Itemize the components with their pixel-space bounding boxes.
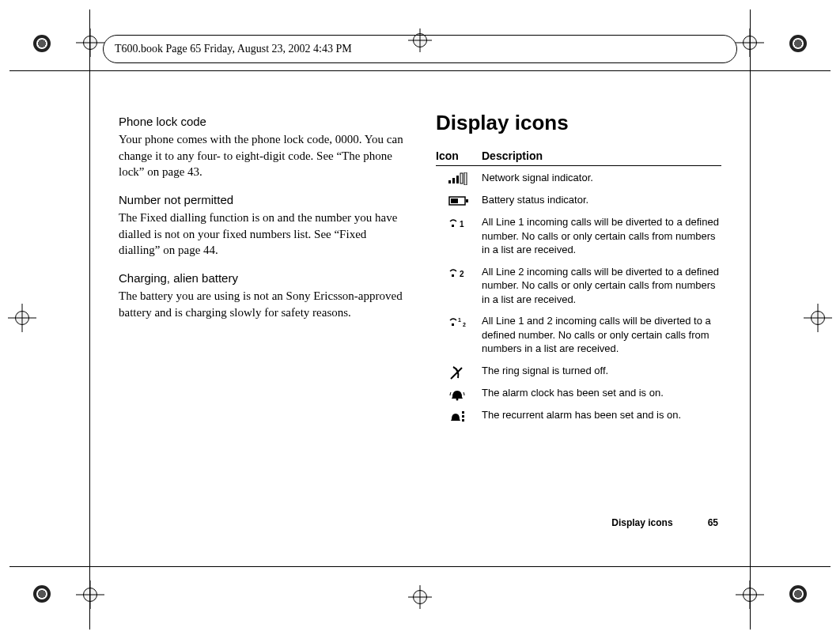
- crop-line: [9, 70, 831, 71]
- svg-text:2: 2: [460, 270, 464, 278]
- section-body: Your phone comes with the phone lock cod…: [119, 131, 404, 180]
- row-desc: The alarm clock has been set and is on.: [482, 386, 721, 400]
- battery-icon: [448, 195, 469, 207]
- divert-line2-icon: 2: [448, 267, 469, 279]
- alarm-on-icon: [448, 388, 469, 400]
- svg-rect-1: [452, 178, 455, 183]
- svg-rect-6: [466, 199, 468, 202]
- table-row: The ring signal is turned off.: [436, 364, 721, 378]
- row-desc: The ring signal is turned off.: [482, 364, 721, 378]
- svg-text:1: 1: [458, 317, 461, 323]
- table-row: 12 All Line 1 and 2 incoming calls will …: [436, 314, 721, 356]
- left-column: Phone lock code Your phone comes with th…: [119, 111, 404, 544]
- table-header: Icon Description: [436, 149, 721, 166]
- svg-rect-7: [451, 199, 458, 203]
- row-desc: The recurrent alarm has been set and is …: [482, 408, 721, 422]
- svg-text:1: 1: [460, 220, 464, 229]
- table-row: The alarm clock has been set and is on.: [436, 386, 721, 400]
- crop-line: [750, 9, 751, 630]
- row-desc: Network signal indicator.: [482, 171, 721, 185]
- col-head-icon: Icon: [436, 149, 482, 162]
- crop-mark-icon: [804, 304, 832, 332]
- signal-bars-icon: [448, 172, 469, 185]
- crop-line: [89, 9, 90, 630]
- registration-mark-icon: [789, 585, 807, 603]
- svg-rect-4: [464, 172, 467, 185]
- svg-rect-12: [452, 323, 454, 326]
- crop-line: [9, 566, 831, 567]
- col-head-desc: Description: [482, 149, 543, 162]
- section-heading: Number not permitted: [119, 192, 404, 208]
- svg-rect-19: [462, 419, 464, 422]
- footer-section: Display icons: [611, 517, 672, 528]
- svg-rect-17: [462, 411, 464, 414]
- svg-point-16: [456, 398, 459, 400]
- divert-line12-icon: 12: [448, 316, 469, 328]
- footer-page: 65: [708, 517, 718, 528]
- svg-text:2: 2: [463, 322, 466, 327]
- svg-rect-10: [452, 274, 454, 277]
- recurrent-alarm-icon: [448, 410, 469, 422]
- crop-mark-icon: [76, 580, 104, 609]
- table-row: Network signal indicator.: [436, 171, 721, 185]
- page-content: Phone lock code Your phone comes with th…: [119, 111, 721, 544]
- row-desc: Battery status indicator.: [482, 193, 721, 207]
- page-title: Display icons: [436, 111, 721, 135]
- registration-mark-icon: [789, 35, 807, 52]
- page-header: T600.book Page 65 Friday, August 23, 200…: [103, 35, 737, 63]
- svg-rect-3: [460, 173, 463, 183]
- svg-rect-8: [452, 225, 454, 227]
- table-row: 1 All Line 1 incoming calls will be dive…: [436, 215, 721, 257]
- registration-mark-icon: [33, 585, 51, 603]
- svg-rect-18: [462, 415, 464, 418]
- table-row: 2 All Line 2 incoming calls will be dive…: [436, 265, 721, 307]
- crop-mark-icon: [8, 304, 36, 332]
- row-desc: All Line 1 incoming calls will be divert…: [482, 215, 721, 257]
- header-text: T600.book Page 65 Friday, August 23, 200…: [115, 43, 352, 55]
- crop-mark-icon: [408, 585, 432, 609]
- table-row: Battery status indicator.: [436, 193, 721, 207]
- svg-rect-0: [448, 180, 451, 183]
- section-body: The Fixed dialling function is on and th…: [119, 210, 404, 258]
- right-column: Display icons Icon Description Network s…: [436, 111, 721, 544]
- page-footer: Display icons 65: [611, 517, 718, 528]
- section-heading: Phone lock code: [119, 114, 404, 130]
- ring-off-icon: [448, 365, 469, 378]
- section-heading: Charging, alien battery: [119, 270, 404, 286]
- svg-rect-2: [456, 176, 459, 183]
- row-desc: All Line 1 and 2 incoming calls will be …: [482, 314, 721, 356]
- divert-line1-icon: 1: [448, 217, 469, 229]
- table-row: The recurrent alarm has been set and is …: [436, 408, 721, 422]
- row-desc: All Line 2 incoming calls will be divert…: [482, 265, 721, 307]
- section-body: The battery you are using is not an Sony…: [119, 288, 404, 320]
- registration-mark-icon: [33, 35, 51, 52]
- crop-mark-icon: [76, 28, 104, 57]
